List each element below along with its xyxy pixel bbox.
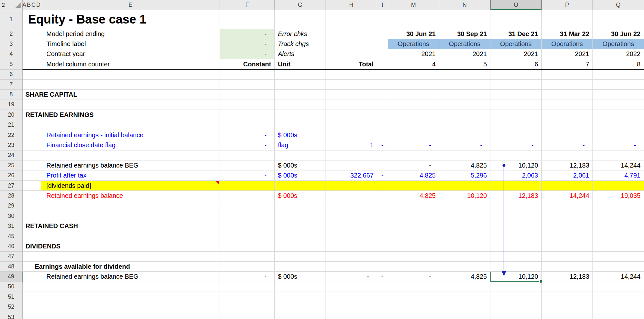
cell-P6[interactable]	[542, 70, 593, 80]
cell-F22[interactable]: -	[220, 130, 275, 140]
cell-H19[interactable]	[326, 100, 377, 110]
cell-I50[interactable]	[377, 282, 388, 292]
cell-G25[interactable]: $ 000s	[275, 160, 326, 170]
cell-H31[interactable]	[326, 221, 377, 231]
cell-G20[interactable]	[275, 110, 326, 120]
cell-P23[interactable]: -	[542, 140, 593, 150]
cell-N23[interactable]: -	[439, 140, 490, 150]
cell-G50[interactable]	[275, 282, 326, 292]
cell-M47[interactable]	[388, 252, 439, 262]
cell-H26[interactable]: 322,667	[326, 170, 377, 180]
cell-O4[interactable]: 2021	[490, 49, 542, 59]
cell-H53[interactable]	[326, 312, 377, 319]
cell-N27[interactable]	[439, 181, 490, 191]
cell-I51[interactable]	[377, 292, 388, 302]
cell-H28[interactable]	[326, 191, 377, 201]
cell-H27[interactable]	[326, 181, 377, 191]
cell-P19[interactable]	[542, 100, 593, 110]
cell-A19[interactable]	[23, 100, 41, 110]
cell-N49[interactable]: 4,825	[439, 272, 490, 282]
cell-F48[interactable]	[220, 262, 275, 272]
cell-G31[interactable]	[275, 221, 326, 231]
cell-P25[interactable]: 12,183	[542, 160, 593, 170]
cell-E46[interactable]	[41, 241, 220, 251]
cell-A3[interactable]	[23, 39, 41, 49]
cell-O52[interactable]	[490, 302, 542, 312]
cell-M3[interactable]: Operations	[388, 39, 439, 49]
row-header-21[interactable]: 21	[0, 120, 23, 130]
cell-O48[interactable]	[490, 262, 542, 272]
cell-A25[interactable]	[23, 160, 41, 170]
cell-P1[interactable]	[542, 10, 593, 29]
cell-N20[interactable]	[439, 110, 490, 120]
cell-E3[interactable]: Timeline label	[41, 39, 220, 49]
cell-O23[interactable]: -	[490, 140, 542, 150]
cell-I5[interactable]	[377, 59, 388, 69]
cell-F2[interactable]: -	[220, 29, 275, 39]
cell-F3[interactable]: -	[220, 39, 275, 49]
cell-A23[interactable]	[23, 140, 41, 150]
cell-N6[interactable]	[439, 70, 490, 80]
row-header-1[interactable]: 1	[0, 10, 23, 29]
cell-Q30[interactable]	[593, 211, 644, 221]
cell-P3[interactable]: Operations	[542, 39, 593, 49]
row-header-48[interactable]: 48	[0, 262, 23, 272]
cell-A26[interactable]	[23, 170, 41, 180]
cell-I25[interactable]	[377, 160, 388, 170]
cell-I7[interactable]	[377, 80, 388, 90]
cell-G7[interactable]	[275, 80, 326, 90]
row-header-2[interactable]: 2	[0, 29, 23, 39]
cell-Q53[interactable]	[593, 312, 644, 319]
cell-E52[interactable]	[41, 302, 220, 312]
cell-P4[interactable]: 2021	[542, 49, 593, 59]
cell-Q50[interactable]	[593, 282, 644, 292]
cell-N2[interactable]: 30 Sep 21	[439, 29, 490, 39]
cell-P53[interactable]	[542, 312, 593, 319]
cell-P51[interactable]	[542, 292, 593, 302]
cell-I46[interactable]	[377, 241, 388, 251]
cell-M7[interactable]	[388, 80, 439, 90]
cell-N31[interactable]	[439, 221, 490, 231]
cell-P26[interactable]: 2,061	[542, 170, 593, 180]
cell-P2[interactable]: 31 Mar 22	[542, 29, 593, 39]
cell-O28[interactable]: 12,183	[490, 191, 542, 201]
cell-G48[interactable]	[275, 262, 326, 272]
cell-E19[interactable]	[41, 100, 220, 110]
cell-G23[interactable]: flag	[275, 140, 326, 150]
cell-G2[interactable]: Error chks	[275, 29, 326, 39]
cell-F30[interactable]	[220, 211, 275, 221]
cell-A30[interactable]	[23, 211, 41, 221]
cell-M50[interactable]	[388, 282, 439, 292]
cell-A29[interactable]	[23, 201, 41, 211]
cell-A46[interactable]: DIVIDENDS	[23, 241, 41, 251]
cell-I26[interactable]: -	[377, 170, 388, 180]
cell-I20[interactable]	[377, 110, 388, 120]
cell-A20[interactable]: RETAINED EARNINGS	[23, 110, 41, 120]
cell-E29[interactable]	[41, 201, 220, 211]
cell-F23[interactable]: -	[220, 140, 275, 150]
cell-H29[interactable]	[326, 201, 377, 211]
cell-G5[interactable]: Unit	[275, 59, 326, 69]
cell-P24[interactable]	[542, 150, 593, 160]
cell-A6[interactable]	[23, 70, 41, 80]
cell-H22[interactable]	[326, 130, 377, 140]
cell-N19[interactable]	[439, 100, 490, 110]
cell-G24[interactable]	[275, 150, 326, 160]
cell-M4[interactable]: 2021	[388, 49, 439, 59]
cell-H24[interactable]	[326, 150, 377, 160]
cell-O25[interactable]: 10,120	[490, 160, 542, 170]
cell-H50[interactable]	[326, 282, 377, 292]
cell-P46[interactable]	[542, 241, 593, 251]
cell-O8[interactable]	[490, 90, 542, 100]
cell-O24[interactable]	[490, 150, 542, 160]
cell-O19[interactable]	[490, 100, 542, 110]
column-header-P[interactable]: P	[542, 0, 593, 10]
cell-Q48[interactable]	[593, 262, 644, 272]
cell-Q26[interactable]: 4,791	[593, 170, 644, 180]
row-header-26[interactable]: 26	[0, 170, 23, 180]
cell-N51[interactable]	[439, 292, 490, 302]
cell-G26[interactable]: $ 000s	[275, 170, 326, 180]
cell-M52[interactable]	[388, 302, 439, 312]
cell-I29[interactable]	[377, 201, 388, 211]
cell-E28[interactable]: Retained earnings balance	[41, 191, 220, 201]
